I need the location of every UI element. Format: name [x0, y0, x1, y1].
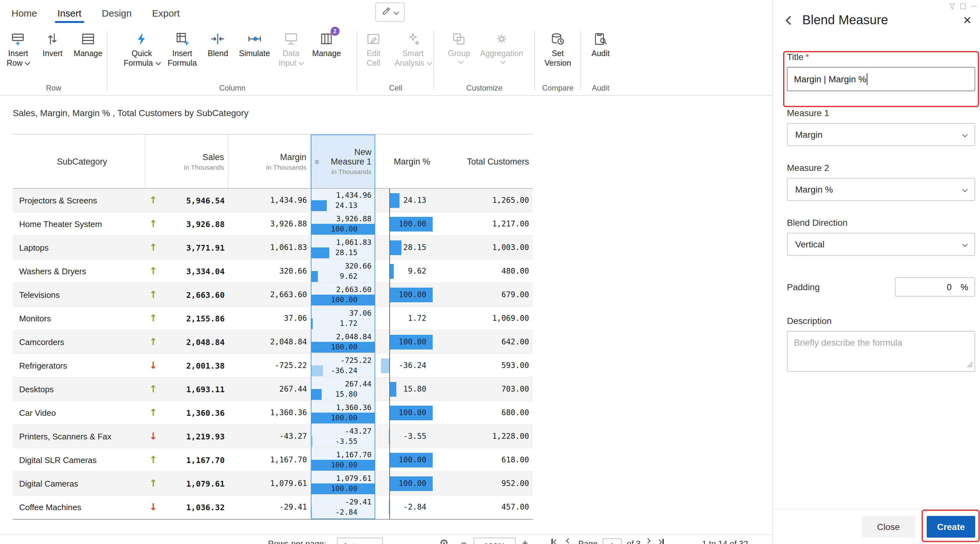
margin-cell[interactable]: 267.44: [229, 377, 311, 401]
subcategory-cell[interactable]: Televisions: [13, 283, 145, 306]
simulate-button[interactable]: Simulate: [237, 28, 272, 60]
table-row[interactable]: Washers & Dryers↑3,334.04320.66320.669.6…: [13, 260, 533, 283]
subcategory-cell[interactable]: Desktops: [13, 377, 145, 401]
table-row[interactable]: Projectors & Screens↑5,946.541,434.961,4…: [13, 189, 533, 213]
col-header-sales[interactable]: Salesin Thousands: [161, 135, 229, 188]
sales-cell[interactable]: 1,693.11: [161, 377, 229, 401]
margin-cell[interactable]: 1,061.83: [229, 236, 311, 259]
col-header-margin[interactable]: Marginin Thousands: [229, 135, 311, 188]
subcategory-cell[interactable]: Projectors & Screens: [13, 189, 145, 212]
new-measure-cell[interactable]: 37.061.72: [311, 307, 375, 330]
total-customers-cell[interactable]: 593.00: [434, 354, 533, 377]
total-customers-cell[interactable]: 952.00: [434, 472, 533, 495]
zoom-out-button[interactable]: −: [461, 538, 467, 544]
more-options-icon[interactable]: [971, 2, 977, 11]
new-measure-cell[interactable]: 1,167.70100.00: [311, 448, 375, 471]
margin-pct-cell[interactable]: 100.00: [375, 401, 434, 424]
subcategory-cell[interactable]: Laptops: [13, 236, 145, 259]
subcategory-cell[interactable]: Coffee Machines: [13, 496, 145, 519]
sales-cell[interactable]: 3,771.91: [161, 236, 229, 259]
table-row[interactable]: Digital Cameras↑1,079.611,079.611,079.61…: [13, 472, 533, 496]
new-measure-cell[interactable]: 1,079.61100.00: [311, 472, 375, 495]
margin-pct-cell[interactable]: 100.00: [375, 472, 434, 495]
page-number-input[interactable]: 1: [603, 538, 622, 544]
padding-input[interactable]: 0 %: [895, 278, 975, 297]
margin-pct-cell[interactable]: -2.84: [375, 496, 434, 519]
filter-icon[interactable]: [949, 2, 955, 11]
manage-button[interactable]: Manage: [71, 28, 105, 60]
settings-gear-icon[interactable]: ⚙: [439, 537, 449, 544]
new-measure-cell[interactable]: 267.4415.80: [311, 377, 375, 401]
create-button[interactable]: Create: [927, 516, 975, 538]
title-input[interactable]: Margin | Margin %: [787, 67, 975, 91]
new-measure-cell[interactable]: 2,663.60100.00: [311, 283, 375, 306]
margin-pct-cell[interactable]: 28.15: [375, 236, 434, 259]
pagination-first-button[interactable]: [551, 539, 557, 544]
edit-pen-button[interactable]: [375, 3, 405, 22]
table-row[interactable]: Camcorders↑2,048.842,048.842,048.84100.0…: [13, 330, 533, 354]
new-measure-cell[interactable]: -43.27-3.55: [311, 425, 375, 448]
sales-cell[interactable]: 1,036.32: [161, 496, 229, 519]
margin-pct-cell[interactable]: 100.00: [375, 448, 434, 471]
manage-button[interactable]: 2Manage: [310, 28, 344, 60]
new-measure-cell[interactable]: 1,434.9624.13: [311, 189, 375, 212]
margin-pct-cell[interactable]: -36.24: [375, 354, 434, 377]
margin-cell[interactable]: 1,360.36: [229, 401, 311, 424]
total-customers-cell[interactable]: 703.00: [434, 377, 533, 401]
total-customers-cell[interactable]: 642.00: [434, 330, 533, 353]
sales-cell[interactable]: 1,079.61: [161, 472, 229, 495]
new-measure-cell[interactable]: 1,061.8328.15: [311, 236, 375, 259]
new-measure-cell[interactable]: -29.41-2.84: [311, 496, 375, 519]
margin-pct-cell[interactable]: 24.13: [375, 189, 434, 212]
subcategory-cell[interactable]: Camcorders: [13, 330, 145, 353]
zoom-level-input[interactable]: 100%: [474, 538, 516, 544]
close-button[interactable]: Close: [862, 516, 915, 538]
rows-per-page-select[interactable]: Auto: [337, 538, 383, 544]
blend-button[interactable]: Blend: [202, 28, 234, 60]
subcategory-cell[interactable]: Home Theater System: [13, 213, 145, 235]
subcategory-cell[interactable]: Digital SLR Cameras: [13, 448, 145, 471]
margin-pct-cell[interactable]: 100.00: [375, 213, 434, 235]
new-measure-cell[interactable]: 1,360.36100.00: [311, 401, 375, 424]
resize-handle-icon[interactable]: [967, 360, 973, 370]
table-row[interactable]: Refrigerators↓2,001.38-725.22-725.22-36.…: [13, 354, 533, 377]
subcategory-cell[interactable]: Monitors: [13, 307, 145, 330]
total-customers-cell[interactable]: 1,265.00: [434, 189, 533, 212]
total-customers-cell[interactable]: 1,217.00: [434, 213, 533, 235]
insert-row-button[interactable]: InsertRow: [2, 28, 34, 70]
back-chevron-icon[interactable]: [786, 16, 795, 25]
new-measure-cell[interactable]: 2,048.84100.00: [311, 330, 375, 353]
pagination-last-button[interactable]: [657, 539, 663, 544]
insert-formula-button[interactable]: InsertFormula: [165, 28, 199, 70]
col-header-subcategory[interactable]: SubCategory: [13, 135, 145, 188]
subcategory-cell[interactable]: Digital Cameras: [13, 472, 145, 495]
subcategory-cell[interactable]: Washers & Dryers: [13, 260, 145, 282]
focus-mode-icon[interactable]: [960, 2, 966, 11]
new-measure-cell[interactable]: 320.669.62: [311, 260, 375, 282]
total-customers-cell[interactable]: 1,228.00: [434, 425, 533, 448]
margin-pct-cell[interactable]: 9.62: [375, 260, 434, 282]
subcategory-cell[interactable]: Refrigerators: [13, 354, 145, 377]
margin-cell[interactable]: 2,048.84: [229, 330, 311, 353]
table-row[interactable]: Laptops↑3,771.911,061.831,061.8328.1528.…: [13, 236, 533, 260]
margin-cell[interactable]: 1,079.61: [229, 472, 311, 495]
margin-pct-cell[interactable]: 100.00: [375, 283, 434, 306]
table-row[interactable]: Televisions↑2,663.602,663.602,663.60100.…: [13, 283, 533, 307]
margin-cell[interactable]: -29.41: [229, 496, 311, 519]
table-row[interactable]: Printers, Scanners & Fax↓1,219.93-43.27-…: [13, 425, 533, 448]
table-row[interactable]: Car Video↑1,360.361,360.361,360.36100.00…: [13, 401, 533, 425]
set-version-button[interactable]: SetVersion: [542, 28, 574, 70]
tab-export[interactable]: Export: [151, 1, 181, 24]
col-header-new-measure-1[interactable]: New≡Measure 1in Thousands: [311, 135, 375, 188]
total-customers-cell[interactable]: 1,069.00: [434, 307, 533, 330]
measure2-select[interactable]: Margin %: [787, 178, 975, 201]
description-textarea[interactable]: Briefly describe the formula: [787, 331, 975, 372]
sales-cell[interactable]: 1,167.70: [161, 448, 229, 471]
total-customers-cell[interactable]: 1,003.00: [434, 236, 533, 259]
margin-cell[interactable]: 2,663.60: [229, 283, 311, 306]
margin-pct-cell[interactable]: 100.00: [375, 330, 434, 353]
col-header-total-customers[interactable]: Total Customers: [434, 135, 533, 188]
quick-formula-button[interactable]: QuickFormula: [121, 28, 162, 70]
measure1-select[interactable]: Margin: [787, 123, 975, 146]
table-row[interactable]: Digital SLR Cameras↑1,167.701,167.701,16…: [13, 448, 533, 472]
